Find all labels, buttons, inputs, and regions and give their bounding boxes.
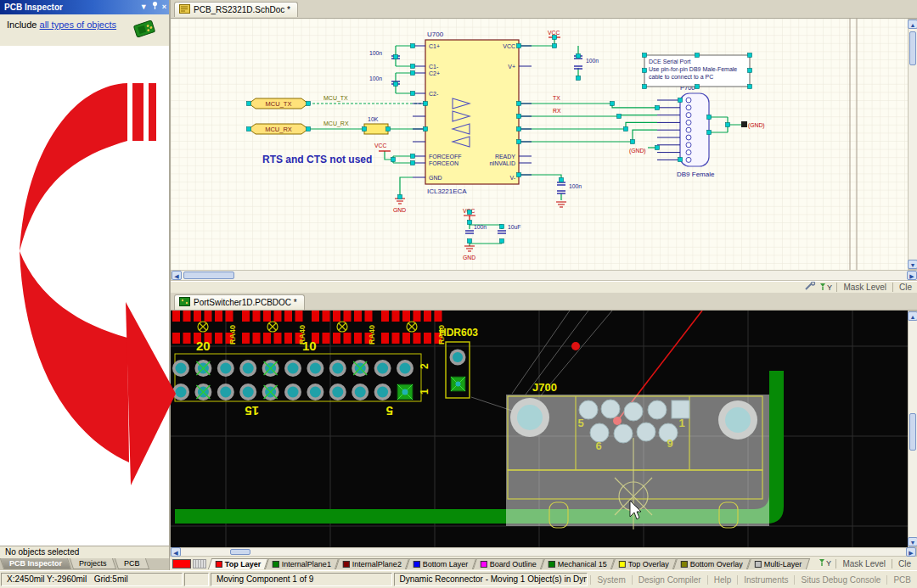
status-spacer xyxy=(184,573,209,586)
svg-text:FORCEON: FORCEON xyxy=(429,160,458,166)
port-mcu-rx[interactable]: MCU_RX xyxy=(249,124,308,134)
coordinate-readout: X:2450mil Y:-2960mil Grid:5mil xyxy=(1,573,183,586)
scroll-right-icon[interactable]: ▶ xyxy=(906,547,916,557)
layer-tab-top[interactable]: Top Layer xyxy=(208,558,269,569)
current-layer-swatch xyxy=(172,559,191,568)
layer-tab-top-overlay[interactable]: Top Overlay xyxy=(611,558,677,569)
chevron-down-icon[interactable]: ▼ xyxy=(140,0,148,14)
close-icon[interactable]: × xyxy=(162,0,166,14)
net-label-tx: TX xyxy=(553,95,560,101)
pcb-window: PortSwitcher1D.PCBDOC * RA40 RA40 RA40 R… xyxy=(170,293,917,547)
svg-text:100n: 100n xyxy=(474,224,487,230)
filter-icon[interactable]: Y xyxy=(819,283,833,293)
note-frame[interactable]: DCE Serial Port Use pin-for-pin DB9 Male… xyxy=(644,55,750,87)
svg-text:9: 9 xyxy=(667,437,672,450)
schematic-hscrollbar[interactable]: ◀ ▶ xyxy=(171,270,917,281)
svg-text:100n: 100n xyxy=(586,58,599,64)
svg-text:J700: J700 xyxy=(532,381,557,394)
layer-tab-multi-layer[interactable]: Multi-Layer xyxy=(747,558,810,569)
scroll-down-icon[interactable]: ▼ xyxy=(908,537,917,546)
tab-pcb[interactable]: PCB xyxy=(114,558,149,569)
schematic-canvas[interactable]: MCU_TX MCU_RX MCU_TX MCU_RX 10K xyxy=(171,19,908,270)
layer-tab-board-outline[interactable]: Board Outline xyxy=(473,558,544,569)
svg-text:15: 15 xyxy=(245,404,259,418)
include-row: Include all types of objects xyxy=(0,14,169,46)
menu-system[interactable]: System xyxy=(590,575,631,585)
clear-button[interactable]: Cle xyxy=(896,559,914,568)
menu-design-compiler[interactable]: Design Compiler xyxy=(632,575,707,585)
svg-text:100n: 100n xyxy=(569,183,582,189)
schdoc-icon xyxy=(179,4,190,15)
svg-text:VCC: VCC xyxy=(374,143,386,148)
menu-pcb[interactable]: PCB xyxy=(886,575,917,585)
mask-level-button[interactable]: Mask Level xyxy=(841,283,889,292)
svg-text:cable to connect to a PC: cable to connect to a PC xyxy=(649,74,713,80)
scroll-up-icon[interactable]: ▲ xyxy=(908,20,917,29)
pcb-inspector-panel: PCB Inspector ▼ × Include all types of o… xyxy=(0,0,170,570)
mask-level-button[interactable]: Mask Level xyxy=(840,559,888,568)
svg-text:nINVALID: nINVALID xyxy=(489,160,515,166)
svg-text:GND: GND xyxy=(429,175,442,181)
menu-help[interactable]: Help xyxy=(707,575,738,585)
svg-text:C1+: C1+ xyxy=(429,43,440,49)
layer-tab-bottom[interactable]: Bottom Layer xyxy=(406,558,476,569)
altium-application: PCB Inspector ▼ × Include all types of o… xyxy=(0,0,917,588)
svg-text:V+: V+ xyxy=(508,64,515,70)
pcb-hscrollbar[interactable]: ◀ ▶ xyxy=(170,547,917,557)
include-types-link[interactable]: all types of objects xyxy=(40,20,117,30)
clear-button[interactable]: Cle xyxy=(897,283,914,292)
tab-projects[interactable]: Projects xyxy=(70,558,116,569)
scroll-down-icon[interactable]: ▼ xyxy=(908,260,917,269)
inspector-body xyxy=(0,46,169,546)
svg-text:DCE Serial Port: DCE Serial Port xyxy=(649,59,690,64)
pcbdoc-icon xyxy=(179,297,190,308)
net-label-rx: RX xyxy=(553,108,561,114)
port-mcu-tx[interactable]: MCU_TX xyxy=(249,98,308,109)
wrench-icon[interactable] xyxy=(804,282,816,293)
svg-text:100n: 100n xyxy=(369,76,382,81)
menu-instruments[interactable]: Instruments xyxy=(737,575,794,585)
header-connector[interactable]: 20 10 15 5 2 1 xyxy=(172,339,430,418)
scroll-left-icon[interactable]: ◀ xyxy=(171,547,181,557)
schematic-vscrollbar[interactable]: ▲ ▼ xyxy=(908,19,917,270)
svg-text:MCU_TX: MCU_TX xyxy=(266,100,292,108)
svg-text:(GND): (GND) xyxy=(629,148,646,154)
hdr603-component[interactable]: HDR603 xyxy=(439,327,478,398)
pcb-chip-icon xyxy=(132,20,157,40)
svg-text:READY: READY xyxy=(495,154,515,160)
pcb-canvas[interactable]: RA40 RA40 RA40 RA40 20 10 15 5 2 1 xyxy=(171,311,908,547)
menu-situs-debug[interactable]: Situs Debug Console xyxy=(794,575,886,585)
scroll-right-icon[interactable]: ▶ xyxy=(907,271,917,280)
net-label-mcu-tx[interactable]: MCU_TX xyxy=(323,95,348,102)
svg-text:10uF: 10uF xyxy=(508,224,521,230)
ic-symbol[interactable]: U700 ICL3221ECA C1+ C1- C2+ C2- FORCEOFF… xyxy=(413,31,532,195)
layer-tab-mechanical15[interactable]: Mechanical 15 xyxy=(541,558,615,569)
tab-pcb-inspector[interactable]: PCB Inspector xyxy=(0,558,71,569)
panel-titlebar[interactable]: PCB Inspector ▼ × xyxy=(0,0,169,14)
layer-tab-bottom-overlay[interactable]: Bottom Overlay xyxy=(673,558,751,569)
schdoc-tab[interactable]: PCB_RS2321D.SchDoc * xyxy=(174,2,298,17)
svg-text:VCC: VCC xyxy=(548,30,560,36)
svg-text:C2-: C2- xyxy=(429,91,439,97)
pcbdoc-tab[interactable]: PortSwitcher1D.PCBDOC * xyxy=(174,294,305,310)
schematic-maskbar: Y Mask Level Cle xyxy=(171,281,917,293)
svg-text:1: 1 xyxy=(678,417,684,429)
layer-tab-internalplane2[interactable]: InternalPlane2 xyxy=(335,558,409,569)
svg-text:RA40: RA40 xyxy=(368,325,376,344)
scroll-up-icon[interactable]: ▲ xyxy=(908,311,917,321)
pcb-tabbar: PortSwitcher1D.PCBDOC * xyxy=(171,293,917,311)
svg-text:5: 5 xyxy=(386,404,393,418)
net-label-mcu-rx[interactable]: MCU_RX xyxy=(323,120,349,127)
pin-icon[interactable] xyxy=(151,0,159,14)
scroll-left-icon[interactable]: ◀ xyxy=(172,271,182,280)
filter-icon[interactable]: Y xyxy=(819,558,832,568)
pcb-vscrollbar[interactable]: ▲ ▼ xyxy=(908,311,917,547)
svg-text:VCC: VCC xyxy=(503,43,515,49)
layer-tab-internalplane1[interactable]: InternalPlane1 xyxy=(265,558,339,569)
svg-text:C1-: C1- xyxy=(429,64,439,70)
j700-component-ghost[interactable]: J700 5 1 6 xyxy=(506,381,769,529)
svg-text:GND: GND xyxy=(463,255,475,260)
svg-text:C2+: C2+ xyxy=(429,70,440,76)
svg-text:U700: U700 xyxy=(427,31,444,38)
layer-sets-button[interactable] xyxy=(193,559,206,568)
